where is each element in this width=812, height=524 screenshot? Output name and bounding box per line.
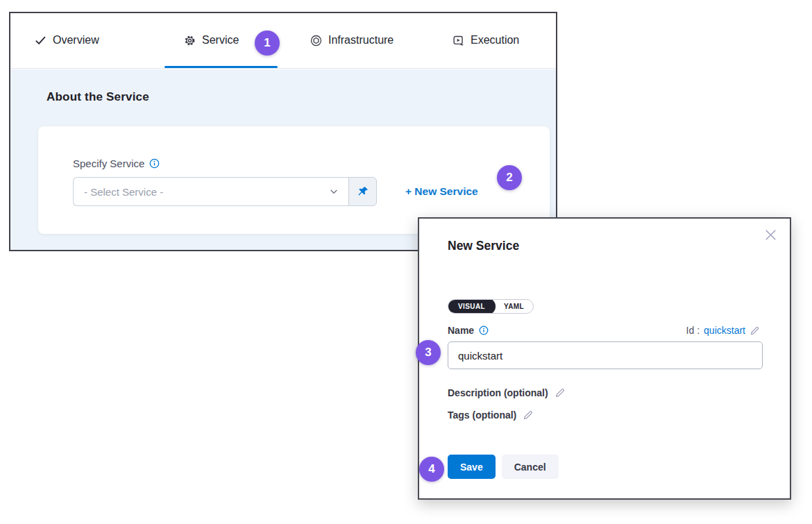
tags-row: Tags (optional): [448, 409, 534, 421]
tab-execution[interactable]: Execution: [452, 13, 519, 67]
active-tab-underline: [164, 66, 278, 68]
new-service-modal: New Service VISUAL YAML Name Id : quicks…: [418, 217, 791, 500]
step-badge-3: 3: [416, 340, 441, 365]
pipeline-stage-panel: Overview Service Infrastructure: [9, 12, 557, 251]
description-row: Description (optional): [448, 387, 566, 398]
close-icon: [763, 228, 778, 242]
toggle-yaml[interactable]: YAML: [495, 299, 533, 314]
id-value-link[interactable]: quickstart: [704, 325, 745, 336]
cancel-button[interactable]: Cancel: [502, 455, 559, 479]
tab-service[interactable]: Service: [184, 13, 239, 67]
info-icon[interactable]: [479, 326, 489, 335]
tab-infrastructure[interactable]: Infrastructure: [310, 13, 394, 67]
modal-title: New Service: [448, 239, 519, 253]
description-label: Description (optional): [448, 387, 548, 398]
new-service-link[interactable]: + New Service: [405, 185, 478, 198]
service-id-group: Id : quickstart: [686, 325, 760, 336]
stage-tabbar: Overview Service Infrastructure: [10, 13, 556, 69]
name-label-row: Name Id : quickstart: [448, 325, 760, 336]
gear-icon: [184, 35, 196, 47]
close-button[interactable]: [762, 226, 779, 243]
tab-overview-label: Overview: [53, 34, 99, 47]
pin-button[interactable]: [348, 177, 377, 206]
toggle-visual[interactable]: VISUAL: [448, 299, 496, 314]
name-label: Name: [448, 325, 474, 336]
service-select[interactable]: - Select Service -: [73, 177, 348, 206]
execution-icon: [452, 35, 464, 47]
edit-tags-pencil-icon[interactable]: [523, 409, 534, 421]
tab-overview[interactable]: Overview: [35, 13, 99, 67]
name-label-group: Name: [448, 325, 489, 336]
specify-service-label: Specify Service: [73, 158, 144, 169]
about-service-heading: About the Service: [46, 90, 149, 104]
visual-yaml-toggle: VISUAL YAML: [448, 299, 534, 314]
step-badge-2: 2: [497, 165, 522, 190]
step-badge-1: 1: [255, 31, 280, 56]
save-button[interactable]: Save: [448, 455, 496, 479]
infrastructure-icon: [310, 35, 322, 47]
service-select-placeholder: - Select Service -: [84, 186, 163, 198]
tags-label: Tags (optional): [448, 409, 516, 421]
tab-infrastructure-label: Infrastructure: [328, 34, 394, 47]
pin-icon: [357, 185, 369, 198]
check-icon: [35, 35, 46, 47]
name-input[interactable]: [448, 341, 763, 369]
tab-service-label: Service: [202, 34, 239, 47]
modal-actions: Save Cancel: [448, 455, 559, 479]
step-badge-4: 4: [419, 457, 444, 482]
edit-description-pencil-icon[interactable]: [555, 387, 566, 398]
service-select-row: - Select Service - + New Service: [73, 177, 478, 206]
id-label: Id :: [686, 325, 700, 336]
edit-id-pencil-icon[interactable]: [750, 326, 760, 336]
info-icon[interactable]: [149, 158, 160, 169]
tab-execution-label: Execution: [471, 34, 519, 47]
specify-service-label-row: Specify Service: [73, 158, 160, 169]
chevron-down-icon: [329, 187, 339, 196]
